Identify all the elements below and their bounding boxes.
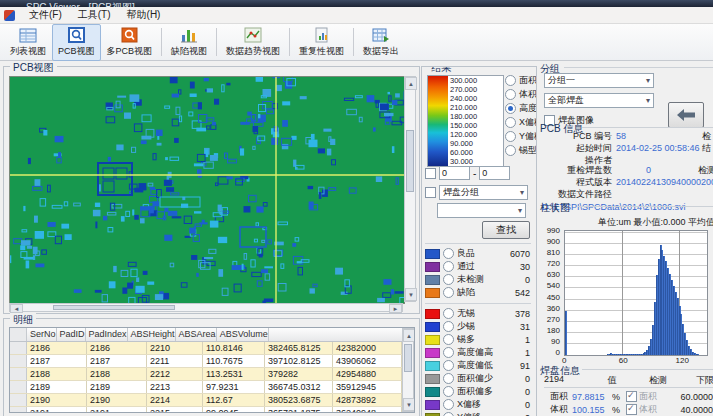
detail-panel-title: 明细 — [10, 313, 36, 327]
category-radio-icon[interactable] — [443, 321, 454, 332]
pad-metric-checkbox[interactable] — [626, 404, 637, 415]
range-from-input[interactable]: 0 — [439, 166, 470, 180]
repeatability-view-button[interactable]: 重复性视图 — [293, 24, 350, 61]
value-header: 值 — [590, 374, 634, 386]
divider — [544, 387, 713, 388]
radio-icon[interactable] — [505, 75, 516, 86]
category-row[interactable]: 少锡 31 — [425, 320, 532, 333]
find-button[interactable]: 查找 — [482, 221, 530, 239]
metric-radio-option[interactable]: 高度 — [505, 101, 537, 115]
category-radio-icon[interactable] — [443, 347, 454, 358]
scale-tick-label: 180.000 — [450, 112, 503, 121]
scrollbar-thumb[interactable] — [404, 344, 412, 372]
category-row[interactable]: 高度偏低 91 — [425, 359, 532, 372]
pcb-vertical-scrollbar[interactable]: ▲ ▼ — [404, 76, 416, 302]
radio-icon[interactable] — [505, 131, 516, 142]
range-filter-checkbox[interactable] — [425, 168, 436, 179]
category-radio-icon[interactable] — [443, 386, 454, 397]
category-label: 少锡 — [457, 320, 501, 333]
table-row[interactable]: 2190 2190 2214 112.67 380523.6875 428738… — [10, 394, 402, 407]
multi-pcb-view-button[interactable]: 多PCB视图 — [101, 24, 159, 61]
category-row[interactable]: X偏移 0 — [425, 398, 532, 411]
category-row[interactable]: 良品 6070 — [425, 247, 532, 260]
pcb-horizontal-scrollbar[interactable]: ◄ ► — [9, 303, 403, 312]
category-radio-icon[interactable] — [443, 274, 454, 285]
category-row[interactable]: 无锡 378 — [425, 307, 532, 320]
category-radio-icon[interactable] — [443, 287, 454, 298]
pcb-canvas[interactable] — [9, 76, 405, 304]
category-radio-icon[interactable] — [443, 308, 454, 319]
defect-view-button[interactable]: 缺陷视图 — [165, 24, 213, 61]
table-row[interactable]: 2187 2187 2211 110.7675 397102.8125 4390… — [10, 355, 402, 368]
metric-radio-option[interactable]: 面积 — [505, 73, 537, 87]
pad-metric-unit: % — [612, 405, 626, 415]
metric-radio-option[interactable]: 锡型 — [505, 143, 537, 157]
category-count: 0 — [504, 275, 532, 285]
menu-item[interactable]: 工具(T) — [70, 6, 119, 24]
scrollbar-thumb[interactable] — [53, 305, 175, 310]
scroll-right-arrow-icon[interactable]: ► — [389, 304, 402, 313]
pad-scope-select[interactable]: 全部焊盘 ▾ — [544, 93, 654, 108]
radio-icon[interactable] — [505, 89, 516, 100]
category-radio-icon[interactable] — [443, 248, 454, 259]
column-header[interactable]: PadID — [57, 328, 86, 341]
table-row[interactable]: 2189 2189 2213 97.9231 366745.0312 35912… — [10, 381, 402, 394]
back-arrow-button[interactable] — [668, 102, 704, 128]
category-row[interactable]: 通过 30 — [425, 260, 532, 273]
pad-metric-checkbox[interactable] — [626, 391, 637, 402]
column-header[interactable]: ABSVolume — [217, 328, 269, 341]
detail-vertical-scrollbar[interactable]: ▲ ▼ — [402, 328, 414, 412]
menu-item[interactable]: 文件(F) — [21, 6, 70, 24]
scroll-down-arrow-icon[interactable]: ▼ — [405, 288, 417, 301]
range-to-input[interactable]: 0 — [479, 166, 510, 180]
scroll-left-arrow-icon[interactable]: ◄ — [10, 304, 23, 313]
metric-radio-option[interactable]: 体积 — [505, 87, 537, 101]
metric-label: 高度 — [519, 102, 537, 115]
category-row[interactable]: 锡多 1 — [425, 333, 532, 346]
toolbar-button-label: 缺陷视图 — [171, 45, 207, 58]
category-row[interactable]: Y偏移 0 — [425, 411, 532, 416]
category-radio-icon[interactable] — [443, 261, 454, 272]
table-row[interactable]: 2191 2191 2215 99.0945 365721.1875 36240… — [10, 407, 402, 413]
category-radio-icon[interactable] — [443, 373, 454, 384]
y-tick-label: 450 — [538, 293, 560, 302]
scroll-up-arrow-icon[interactable]: ▲ — [405, 77, 417, 90]
table-row[interactable]: 2188 2188 2212 113.2531 379282 42954880 — [10, 368, 402, 381]
list-view-button[interactable]: 列表视图 — [4, 24, 52, 61]
category-row[interactable]: 面积偏少 0 — [425, 372, 532, 385]
table-row[interactable]: 2186 2186 2210 110.8146 382465.8125 4238… — [10, 342, 402, 355]
category-radio-icon[interactable] — [443, 334, 454, 345]
y-tick-label: 0 — [538, 348, 560, 357]
category-radio-icon[interactable] — [443, 412, 454, 416]
data-trend-view-button[interactable]: 数据趋势视图 — [220, 24, 286, 61]
divider — [425, 243, 531, 244]
column-header[interactable]: PadIndex — [86, 328, 128, 341]
category-radio-icon[interactable] — [443, 360, 454, 371]
column-header[interactable]: SerNo — [27, 328, 57, 341]
category-row[interactable]: 高度偏高 1 — [425, 346, 532, 359]
metric-radio-option[interactable]: X偏移 — [505, 115, 537, 129]
pad-group-checkbox[interactable] — [425, 187, 436, 198]
category-count: 0 — [504, 387, 532, 397]
radio-icon[interactable] — [505, 117, 516, 128]
sub-group-select[interactable]: ▾ — [437, 203, 526, 218]
pcb-view-button[interactable]: PCB视图 — [52, 24, 101, 61]
grouping-select[interactable]: 分组一 ▾ — [544, 73, 654, 88]
column-header[interactable]: ABSArea — [176, 328, 217, 341]
metric-radio-option[interactable]: Y偏移 — [505, 129, 537, 143]
results-panel-title: 结果 — [428, 66, 454, 75]
radio-icon[interactable] — [505, 145, 516, 156]
scrollbar-thumb[interactable] — [406, 130, 414, 192]
column-header[interactable]: ABSHeight — [128, 328, 176, 341]
radio-icon[interactable] — [505, 103, 516, 114]
category-row[interactable]: 面积偏多 0 — [425, 385, 532, 398]
pcb-info-row: PCB 编号58 检 — [538, 130, 713, 142]
category-radio-icon[interactable] — [443, 399, 454, 410]
menu-item[interactable]: 帮助(H) — [119, 6, 169, 24]
data-export-button[interactable]: 数据导出 — [357, 24, 405, 61]
category-row[interactable]: 缺陷 542 — [425, 286, 532, 299]
category-row[interactable]: 未检测 0 — [425, 273, 532, 286]
scroll-up-arrow-icon[interactable]: ▲ — [403, 329, 415, 342]
scroll-down-arrow-icon[interactable]: ▼ — [403, 398, 415, 411]
pad-group-select[interactable]: 焊盘分组 ▾ — [439, 185, 528, 200]
